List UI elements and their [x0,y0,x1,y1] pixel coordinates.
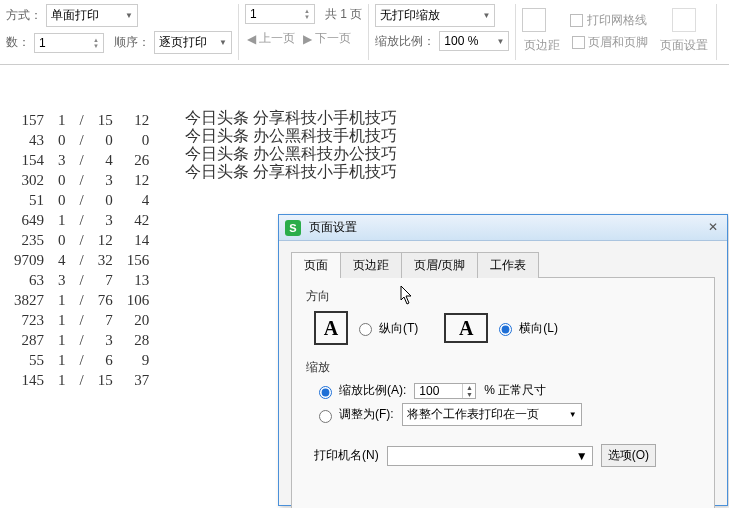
dialog-tab-0[interactable]: 页面 [291,252,341,278]
table-cell: / [74,291,90,309]
table-cell: 76 [92,291,119,309]
data-table: 1571/1512430/001543/4263020/312510/04649… [6,109,157,391]
order-dropdown[interactable]: 逐页打印 ▼ [154,31,232,54]
table-cell: / [74,251,90,269]
scale-value-input[interactable]: 100 ▲▼ [414,383,476,399]
margins-label: 页边距 [524,37,560,54]
table-cell: 723 [8,311,50,329]
options-button[interactable]: 选项(O) [601,444,656,467]
gridlines-checkbox[interactable]: 打印网格线 [570,12,650,29]
spinner-icon: ▲▼ [304,8,310,20]
table-cell: 235 [8,231,50,249]
fit-to-radio[interactable]: 调整为(F): [314,406,394,423]
landscape-radio[interactable]: 横向(L) [494,320,558,337]
printer-label: 打印机名(N) [314,447,379,464]
table-cell: 15 [92,111,119,129]
table-cell: / [74,231,90,249]
chevron-down-icon: ▼ [125,11,133,20]
table-cell: 3827 [8,291,50,309]
orientation-label: 方向 [306,288,700,305]
table-cell: 649 [8,211,50,229]
table-cell: 106 [121,291,156,309]
zoom-mode-dropdown[interactable]: 无打印缩放 ▼ [375,4,495,27]
mode-value: 单面打印 [51,7,99,24]
table-cell: 154 [8,151,50,169]
mode-label: 方式： [6,7,42,24]
page-setup-dialog: S 页面设置 ✕ 页面页边距页眉/页脚工作表 方向 A 纵向(T) A [278,214,728,506]
page-setup-button[interactable]: 页面设置 [658,35,710,56]
page-number-input[interactable]: 1 ▲▼ [245,4,315,24]
margins-icon [522,8,546,32]
table-cell: 1 [52,371,72,389]
arrow-left-icon: ◀ [247,32,256,46]
table-cell: / [74,151,90,169]
table-cell: 0 [92,131,119,149]
fit-to-label: 调整为(F): [339,406,394,423]
table-cell: 12 [121,111,156,129]
table-row: 1571/1512 [8,111,155,129]
table-cell: 43 [8,131,50,149]
table-row: 2350/1214 [8,231,155,249]
table-row: 6491/342 [8,211,155,229]
margins-button[interactable]: 页边距 [522,35,562,56]
scale-ratio-radio-input[interactable] [319,386,332,399]
table-cell: 4 [52,251,72,269]
scale-ratio-label: 缩放比例(A): [339,382,406,399]
portrait-radio-input[interactable] [359,323,372,336]
next-page-button[interactable]: ▶ 下一页 [301,28,353,49]
fit-to-radio-input[interactable] [319,410,332,423]
table-cell: 287 [8,331,50,349]
page-nav-group: 1 ▲▼ 共 1 页 ◀ 上一页 ▶ 下一页 [239,4,369,60]
table-row: 3020/312 [8,171,155,189]
arrow-right-icon: ▶ [303,32,312,46]
table-row: 38271/76106 [8,291,155,309]
headerfooter-button[interactable]: 页眉和页脚 [570,32,650,53]
table-cell: 0 [52,231,72,249]
dialog-tab-3[interactable]: 工作表 [477,252,539,278]
table-cell: 0 [52,171,72,189]
table-cell: 1 [52,291,72,309]
table-cell: 156 [121,251,156,269]
dialog-titlebar[interactable]: S 页面设置 ✕ [279,215,727,241]
scale-ratio-radio[interactable]: 缩放比例(A): [314,382,406,399]
copies-label: 数： [6,34,30,51]
chevron-down-icon: ▼ [576,449,588,463]
table-row: 510/04 [8,191,155,209]
table-cell: 145 [8,371,50,389]
mode-dropdown[interactable]: 单面打印 ▼ [46,4,138,27]
fit-to-value: 将整个工作表打印在一页 [407,406,539,423]
checkbox-icon [570,14,583,27]
dialog-tab-1[interactable]: 页边距 [340,252,402,278]
copies-value: 1 [39,36,46,50]
close-icon[interactable]: ✕ [705,220,721,236]
table-cell: 0 [52,131,72,149]
table-cell: 14 [121,231,156,249]
table-cell: 55 [8,351,50,369]
table-cell: / [74,171,90,189]
page-total-label: 共 1 页 [325,6,362,23]
zoom-ratio-dropdown[interactable]: 100 % ▼ [439,31,509,51]
spinner-icon[interactable]: ▲▼ [462,384,475,398]
dialog-tab-2[interactable]: 页眉/页脚 [401,252,478,278]
table-cell: 6 [92,351,119,369]
prev-page-button[interactable]: ◀ 上一页 [245,28,297,49]
table-cell: 51 [8,191,50,209]
table-row: 1451/1537 [8,371,155,389]
table-cell: 0 [92,191,119,209]
fit-to-select[interactable]: 将整个工作表打印在一页 ▼ [402,403,582,426]
zoom-ratio-value: 100 % [444,34,478,48]
layout-group: 页边距 打印网格线 页眉和页脚 页面设置 [516,4,717,60]
landscape-radio-input[interactable] [499,323,512,336]
portrait-radio[interactable]: 纵向(T) [354,320,418,337]
chevron-down-icon: ▼ [496,37,504,46]
scale-section-label: 缩放 [306,359,700,376]
table-cell: 157 [8,111,50,129]
table-cell: / [74,131,90,149]
dialog-tabstrip: 页面页边距页眉/页脚工作表 [291,251,715,277]
table-cell: 1 [52,111,72,129]
table-cell: 15 [92,371,119,389]
copies-stepper[interactable]: 1 ▲▼ [34,33,104,53]
table-cell: 32 [92,251,119,269]
printer-select[interactable]: ▼ [387,446,593,466]
tab-panel-page: 方向 A 纵向(T) A 横向(L) [291,277,715,508]
